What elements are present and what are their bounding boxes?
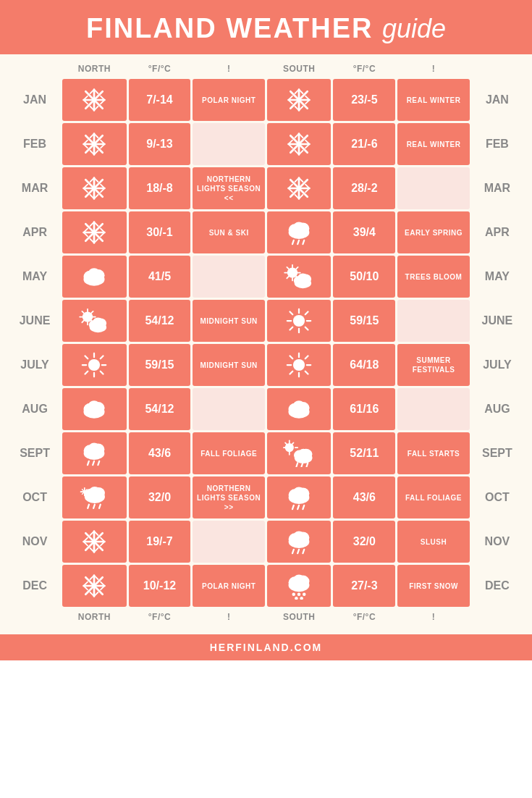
- north-weather-icon: [65, 170, 124, 206]
- north-icon-cell: [62, 79, 127, 121]
- table-row: DEC 10/-12POLAR NIGHT 27/-3FIRST SNOWD: [9, 565, 523, 607]
- north-temp: 43/6: [129, 432, 191, 474]
- header: FINLAND WEATHER guide: [0, 0, 532, 54]
- south-icon-cell: [267, 344, 332, 386]
- svg-line-153: [305, 356, 308, 358]
- south-note: REAL WINTER: [397, 123, 470, 165]
- north-temp: 54/12: [129, 388, 191, 430]
- north-weather-icon: [65, 524, 124, 560]
- south-temp: 32/0: [333, 521, 395, 563]
- table-row: OCT 32/0NORTHERN LIGHTS SEASON >> 43/6FA…: [9, 476, 523, 518]
- south-temp: 61/16: [333, 388, 395, 430]
- svg-point-240: [297, 593, 301, 597]
- north-icon-cell: [62, 344, 127, 386]
- svg-point-94: [293, 222, 305, 232]
- website-label: HERFINLAND.COM: [210, 642, 323, 653]
- header-guide: guide: [382, 14, 446, 43]
- table-row: JULY 59/15MIDNIGHT SUN 64/18SUMMER FESTI…: [9, 344, 523, 386]
- svg-line-199: [292, 505, 294, 509]
- south-weather-icon: [270, 568, 329, 604]
- svg-line-194: [99, 505, 101, 508]
- south-icon-cell: [267, 79, 332, 121]
- table-row: JAN 7/-14POLAR NIGHT: [9, 79, 523, 121]
- south-note: SUMMER FESTIVALS: [397, 344, 470, 386]
- north-weather-icon: [65, 259, 124, 295]
- table-row: FEB 9/-13: [9, 123, 523, 165]
- footer-south: SOUTH: [267, 609, 332, 625]
- north-note: NORTHERN LIGHTS SEASON >>: [193, 476, 265, 518]
- north-note: SUN & SKI: [193, 211, 265, 253]
- month-label-right: JAN: [472, 79, 523, 121]
- north-note: MIDNIGHT SUN: [193, 300, 265, 342]
- month-label-right: MAY: [472, 256, 523, 298]
- month-label-left: APR: [9, 211, 60, 253]
- south-weather-icon: [270, 347, 329, 383]
- south-weather-icon: [270, 524, 329, 560]
- south-weather-icon: [270, 391, 329, 427]
- table-header-row: NORTH °F/°C ! SOUTH °F/°C !: [9, 61, 523, 77]
- footer-temp-south: °F/°C: [333, 609, 395, 625]
- table-footer-row: NORTH °F/°C ! SOUTH °F/°C !: [9, 609, 523, 625]
- svg-point-146: [293, 359, 305, 371]
- table-row: APR 30/-1SUN & SKI 39/4EARLY SPRINGAPR: [9, 211, 523, 253]
- footer-note-north: !: [193, 609, 265, 625]
- south-icon-cell: [267, 256, 332, 298]
- table-row: SEPT 43/6FALL FOLIAGE 52/11FALL STARTSSE…: [9, 432, 523, 474]
- month-label-left: JAN: [9, 79, 60, 121]
- header-note-north: !: [193, 61, 265, 77]
- north-note: [193, 521, 265, 563]
- svg-point-238: [293, 575, 305, 585]
- footer-bar: HERFINLAND.COM: [0, 634, 532, 660]
- north-temp: 19/-7: [129, 521, 191, 563]
- south-weather-icon: [270, 126, 329, 162]
- footer-note-south: !: [397, 609, 470, 625]
- svg-line-151: [290, 356, 293, 358]
- north-note: [193, 256, 265, 298]
- south-icon-cell: [267, 300, 332, 342]
- svg-line-221: [303, 550, 305, 553]
- north-icon-cell: [62, 388, 127, 430]
- svg-line-96: [297, 240, 299, 244]
- svg-line-97: [303, 240, 305, 244]
- table-row: MAR 18/-8NORTHERN LIGHTS SEASON <<: [9, 167, 523, 209]
- svg-point-38: [93, 142, 96, 146]
- south-temp: 52/11: [333, 432, 395, 474]
- south-icon-cell: [267, 388, 332, 430]
- svg-line-143: [101, 371, 104, 374]
- month-label-right: FEB: [472, 123, 523, 165]
- svg-line-183: [307, 463, 308, 466]
- svg-line-152: [305, 371, 308, 374]
- svg-line-136: [290, 327, 293, 330]
- svg-line-142: [85, 356, 88, 358]
- svg-point-90: [93, 230, 96, 234]
- month-label-right: AUG: [472, 388, 523, 430]
- svg-point-243: [300, 597, 304, 600]
- south-weather-icon: [270, 303, 329, 339]
- month-label-left: AUG: [9, 388, 60, 430]
- svg-point-77: [297, 186, 301, 190]
- month-label-left: SEPT: [9, 432, 60, 474]
- south-icon-cell: [267, 123, 332, 165]
- table-row: MAY 41/5 50/10TREES BLOOMMAY: [9, 256, 523, 298]
- north-temp: 41/5: [129, 256, 191, 298]
- north-weather-icon: [65, 568, 124, 604]
- south-weather-icon: [270, 479, 329, 516]
- svg-line-110: [287, 277, 290, 279]
- north-icon-cell: [62, 167, 127, 209]
- north-note: FALL FOLIAGE: [193, 432, 265, 474]
- month-label-left: NOV: [9, 521, 60, 563]
- south-note: [397, 388, 470, 430]
- svg-line-109: [296, 267, 298, 269]
- svg-line-169: [98, 461, 100, 465]
- svg-line-176: [292, 442, 294, 445]
- footer-north: NORTH: [62, 609, 127, 625]
- month-label-left: JUNE: [9, 300, 60, 342]
- south-note: EARLY SPRING: [397, 211, 470, 253]
- header-note-south: !: [397, 61, 470, 77]
- north-temp: 7/-14: [129, 79, 191, 121]
- south-temp: 64/18: [333, 344, 395, 386]
- svg-point-242: [295, 597, 298, 600]
- svg-line-154: [290, 371, 293, 374]
- svg-line-123: [83, 321, 85, 323]
- south-weather-icon: [270, 259, 329, 295]
